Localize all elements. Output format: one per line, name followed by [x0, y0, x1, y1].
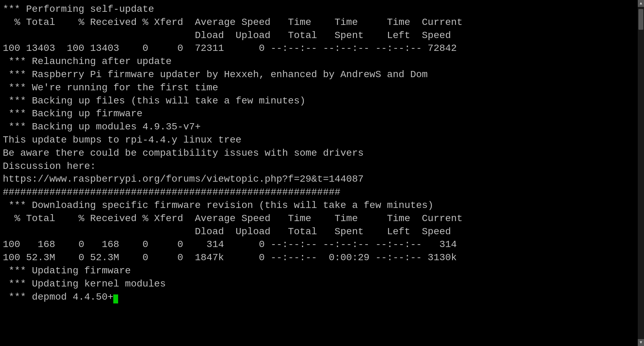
scroll-track[interactable] — [638, 7, 644, 339]
terminal-cursor — [113, 294, 118, 303]
scroll-down-button[interactable]: ▼ — [638, 339, 644, 346]
scroll-thumb[interactable] — [638, 9, 643, 30]
terminal-window: *** Performing self-update % Total % Rec… — [0, 0, 644, 346]
terminal-output: *** Performing self-update % Total % Rec… — [0, 0, 638, 346]
scrollbar[interactable]: ▲ ▼ — [638, 0, 644, 346]
scroll-up-button[interactable]: ▲ — [638, 0, 644, 7]
